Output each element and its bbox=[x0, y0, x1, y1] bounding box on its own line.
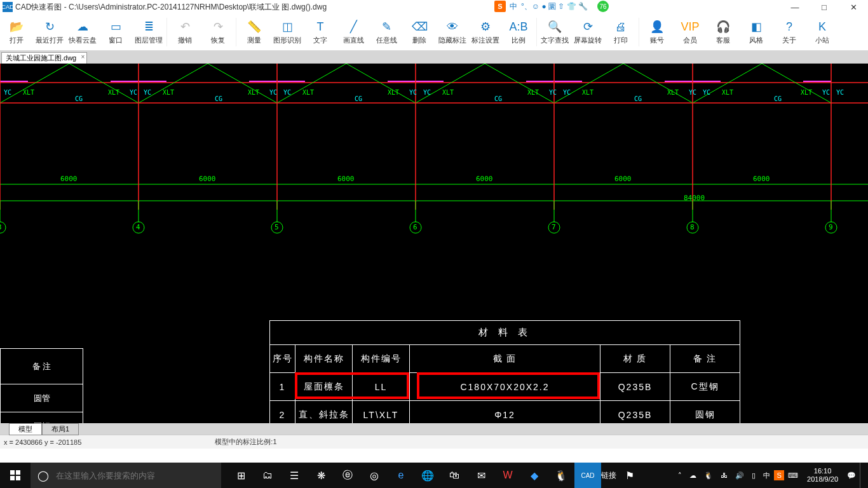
layout-tab-1[interactable]: 布局1 bbox=[42, 423, 79, 435]
mat-cell: Q235B bbox=[600, 373, 670, 401]
toolbar-测量[interactable]: 📏测量 bbox=[238, 15, 271, 49]
ime-tools[interactable]: °、☺ ● 圜 ⇧ 👕 🔧 bbox=[521, 1, 588, 12]
member-label: YC bbox=[144, 89, 151, 96]
member-label: YC bbox=[549, 89, 557, 96]
start-button[interactable] bbox=[0, 463, 31, 488]
toolbar-图形识别[interactable]: ◫图形识别 bbox=[271, 15, 304, 49]
toolbar-恢复[interactable]: ↷恢复 bbox=[201, 15, 234, 49]
toolbar-打开[interactable]: 📂打开 bbox=[0, 15, 33, 49]
onedrive-icon[interactable]: ☁ bbox=[686, 471, 700, 480]
toolbar-label: 风格 bbox=[749, 36, 763, 45]
toolbar-label: 账号 bbox=[650, 36, 664, 45]
toolbar-小站[interactable]: K小站 bbox=[806, 15, 839, 49]
toolbar-删除[interactable]: ⌫删除 bbox=[403, 15, 436, 49]
toolbar-屏幕旋转[interactable]: ⟳屏幕旋转 bbox=[571, 15, 604, 49]
ime-bar: S 中 °、☺ ● 圜 ⇧ 👕 🔧 bbox=[494, 0, 588, 13]
explorer-icon[interactable]: 🗂 bbox=[254, 463, 281, 488]
wps-icon[interactable]: W bbox=[494, 463, 521, 488]
network-icon[interactable]: 🖧 bbox=[717, 471, 731, 479]
drawing-canvas[interactable]: 备 注 圆管 圆钢 圆钢 材 料 表 序号 构件名称 构件编号 截 面 材 质 … bbox=[0, 64, 868, 423]
member-label: XLT bbox=[248, 89, 259, 96]
minimize-button[interactable]: — bbox=[780, 0, 810, 14]
show-desktop[interactable] bbox=[860, 463, 868, 488]
toolbar-label: 会员 bbox=[683, 36, 697, 45]
toolbar-画直线[interactable]: ╱画直线 bbox=[337, 15, 370, 49]
mat-cell: LL bbox=[353, 373, 410, 401]
cortana-icon[interactable]: ◯ bbox=[31, 470, 56, 482]
app-icon-1[interactable]: ☰ bbox=[281, 463, 308, 488]
edge-icon[interactable]: e bbox=[388, 463, 414, 488]
toolbar-会员[interactable]: VIP会员 bbox=[674, 15, 707, 49]
toolbar-快看云盘[interactable]: ☁快看云盘 bbox=[66, 15, 99, 49]
toolbar-label: 窗口 bbox=[109, 36, 123, 45]
uc-icon[interactable]: ◎ bbox=[361, 463, 388, 488]
toolbar-label: 关于 bbox=[782, 36, 796, 45]
toolbar-标注设置[interactable]: ⚙标注设置 bbox=[469, 15, 502, 49]
toolbar-风格[interactable]: ◧风格 bbox=[740, 15, 773, 49]
cad-icon[interactable]: CAD bbox=[574, 463, 601, 488]
tray-up-icon[interactable]: ˄ bbox=[674, 471, 686, 480]
span-label: 6000 bbox=[337, 175, 355, 183]
span-label: 6000 bbox=[476, 175, 493, 183]
ie-icon[interactable]: 🌐 bbox=[414, 463, 441, 488]
close-icon[interactable]: × bbox=[81, 53, 85, 60]
toolbar-关于[interactable]: ?关于 bbox=[773, 15, 806, 49]
sogou-ime-icon[interactable]: S bbox=[494, 1, 506, 12]
notification-badge[interactable]: 76 bbox=[597, 1, 609, 12]
close-button[interactable]: ✕ bbox=[839, 0, 868, 14]
tray-clock[interactable]: 16:10 2018/9/20 bbox=[802, 467, 843, 484]
annotation-scale: 模型中的标注比例:1 bbox=[215, 437, 276, 447]
toolbar-文字[interactable]: T文字 bbox=[304, 15, 337, 49]
volume-icon[interactable]: 🔊 bbox=[731, 471, 748, 480]
toolbar-撤销[interactable]: ↶撤销 bbox=[168, 15, 201, 49]
clock-date: 2018/9/20 bbox=[807, 475, 838, 484]
toolbar-客服[interactable]: 🎧客服 bbox=[707, 15, 740, 49]
layout-tab-model[interactable]: 模型 bbox=[9, 423, 42, 435]
action-center-icon[interactable]: 💬 bbox=[843, 471, 860, 480]
flag-icon[interactable]: ⚑ bbox=[616, 463, 643, 488]
edge-legacy-icon[interactable]: ⓔ bbox=[334, 463, 361, 488]
member-label: CG bbox=[355, 95, 362, 102]
span-label: 6000 bbox=[199, 175, 216, 183]
toolbar-icon: T bbox=[311, 19, 329, 34]
toolbar-文字查找[interactable]: 🔍文字查找 bbox=[538, 15, 571, 49]
keyboard-icon[interactable]: ⌨ bbox=[784, 471, 802, 480]
toolbar-icon: ↷ bbox=[209, 19, 227, 34]
toolbar-最近打开[interactable]: ↻最近打开 bbox=[33, 15, 66, 49]
windows-taskbar: ◯ ⊞ 🗂 ☰ ❋ ⓔ ◎ e 🌐 🛍 ✉ W ◆ 🐧 CAD 链接 ⚑ ˄ ☁… bbox=[0, 463, 868, 488]
member-label: XLT bbox=[801, 89, 812, 96]
taskview-icon[interactable]: ⊞ bbox=[227, 463, 254, 488]
toolbar-隐藏标注[interactable]: 👁隐藏标注 bbox=[436, 15, 469, 49]
member-label: YC bbox=[836, 89, 844, 96]
taskbar-search[interactable]: ◯ bbox=[31, 463, 221, 488]
toolbar-label: 任意线 bbox=[376, 36, 397, 45]
toolbar-窗口[interactable]: ▭窗口 bbox=[99, 15, 132, 49]
app-icon: CAD bbox=[3, 2, 13, 12]
toolbar-label: 标注设置 bbox=[471, 36, 499, 45]
maximize-button[interactable]: □ bbox=[810, 0, 839, 14]
battery-icon[interactable]: ▯ bbox=[748, 471, 759, 480]
ime-lang[interactable]: 中 bbox=[510, 1, 517, 12]
toolbar-打印[interactable]: 🖨打印 bbox=[604, 15, 637, 49]
mail-icon[interactable]: ✉ bbox=[468, 463, 494, 488]
ime-tray-zhong[interactable]: 中 bbox=[759, 471, 774, 480]
sogou-tray-icon[interactable]: S bbox=[774, 470, 784, 480]
grid-balloon: 3 bbox=[0, 223, 2, 231]
toolbar-任意线[interactable]: ✎任意线 bbox=[370, 15, 403, 49]
toolbar-比例[interactable]: A:B比例 bbox=[502, 15, 535, 49]
360-icon[interactable]: ❋ bbox=[308, 463, 334, 488]
qq-icon[interactable]: 🐧 bbox=[548, 463, 574, 488]
main-toolbar: 📂打开↻最近打开☁快看云盘▭窗口≣图层管理↶撤销↷恢复📏测量◫图形识别T文字╱画… bbox=[0, 14, 868, 51]
link-label[interactable]: 链接 bbox=[601, 463, 616, 488]
qq-tray-icon[interactable]: 🐧 bbox=[700, 471, 717, 480]
file-tab[interactable]: 关城工业园施工图.dwg × bbox=[1, 52, 87, 64]
tencent-icon[interactable]: ◆ bbox=[521, 463, 548, 488]
svg-rect-51 bbox=[10, 476, 15, 480]
member-label: XLT bbox=[582, 89, 593, 96]
store-icon[interactable]: 🛍 bbox=[441, 463, 468, 488]
member-label: YC bbox=[409, 89, 417, 96]
toolbar-账号[interactable]: 👤账号 bbox=[641, 15, 674, 49]
search-input[interactable] bbox=[56, 471, 208, 480]
mat-cell: C180X70X20X2.2 bbox=[410, 373, 600, 401]
toolbar-图层管理[interactable]: ≣图层管理 bbox=[132, 15, 165, 49]
